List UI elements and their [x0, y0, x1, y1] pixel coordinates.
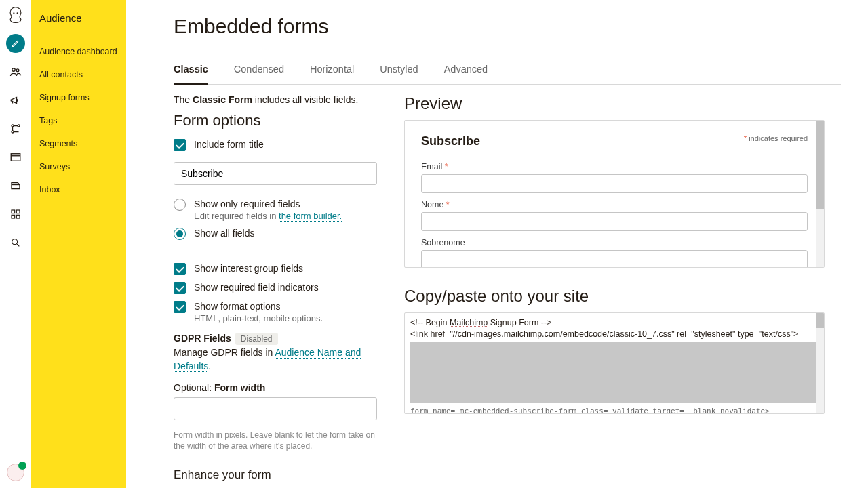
svg-point-0: [6, 6, 24, 24]
icon-rail: [0, 0, 31, 488]
svg-point-13: [12, 239, 17, 245]
tab-horizontal[interactable]: Horizontal: [310, 57, 354, 84]
content-icon[interactable]: [6, 176, 25, 195]
gdpr-description: Manage GDPR fields in Audience Name and …: [174, 346, 377, 373]
intro-text: The Classic Form includes all visible fi…: [174, 94, 377, 105]
megaphone-icon[interactable]: [6, 91, 25, 110]
svg-rect-8: [11, 154, 20, 161]
contacts-icon[interactable]: [6, 62, 25, 81]
code-scrollbar[interactable]: [816, 313, 824, 413]
svg-point-7: [12, 131, 14, 133]
code-box[interactable]: <!-- Begin Mailchimp Signup Form --> <li…: [404, 312, 825, 414]
sidebar-item-surveys[interactable]: Surveys: [39, 155, 118, 178]
copy-heading: Copy/paste onto your site: [404, 287, 825, 306]
link-form-builder[interactable]: the form builder.: [279, 211, 342, 222]
logo-icon[interactable]: [6, 5, 25, 24]
label-show-all: Show all fields: [194, 228, 255, 239]
gdpr-badge: Disabled: [235, 333, 278, 345]
main-content: Embedded forms Classic Condensed Horizon…: [126, 0, 868, 488]
form-options-heading: Form options: [174, 112, 377, 129]
sidebar-item-segments[interactable]: Segments: [39, 132, 118, 155]
preview-heading: Preview: [404, 94, 825, 113]
website-icon[interactable]: [6, 148, 25, 167]
svg-point-6: [18, 125, 20, 127]
preview-label-sobrenome: Sobrenome: [421, 238, 808, 247]
width-label: Optional: Form width: [174, 382, 377, 393]
page-title: Embedded forms: [174, 15, 841, 38]
svg-point-2: [16, 12, 18, 14]
sidebar-title: Audience: [39, 12, 118, 24]
preview-label-nome: Nome *: [421, 200, 808, 209]
label-show-only-required: Show only required fields Edit required …: [194, 199, 342, 221]
preview-input-email[interactable]: [421, 174, 808, 193]
preview-scrollbar[interactable]: [816, 121, 824, 267]
input-form-title[interactable]: [174, 162, 377, 185]
upgrade-badge-icon[interactable]: [7, 464, 24, 481]
svg-point-1: [13, 12, 14, 14]
width-help: Form width in pixels. Leave blank to let…: [174, 430, 377, 451]
tab-advanced[interactable]: Advanced: [444, 57, 488, 84]
label-interest-groups: Show interest group fields: [194, 263, 303, 274]
pencil-icon[interactable]: [6, 34, 25, 53]
tab-classic[interactable]: Classic: [174, 57, 208, 84]
radio-show-only-required[interactable]: [174, 199, 186, 211]
checkbox-include-title[interactable]: [174, 139, 186, 151]
label-format-options: Show format options HTML, plain-text, mo…: [194, 301, 323, 323]
svg-rect-12: [16, 215, 20, 218]
svg-rect-10: [16, 210, 20, 214]
preview-label-email: Email *: [421, 162, 808, 171]
svg-point-4: [16, 69, 19, 72]
tabs: Classic Condensed Horizontal Unstyled Ad…: [174, 57, 841, 85]
preview-frame: * indicates required Subscribe Email * N…: [404, 120, 825, 268]
code-tail: form name= mc-embedded-subscribe-form cl…: [405, 407, 824, 414]
preview-input-nome[interactable]: [421, 212, 808, 231]
sidebar: Audience Audience dashboard All contacts…: [31, 0, 126, 488]
checkbox-format-options[interactable]: [174, 301, 186, 313]
label-include-title: Include form title: [194, 139, 264, 150]
code-text[interactable]: <!-- Begin Mailchimp Signup Form --> <li…: [405, 313, 824, 407]
apps-icon[interactable]: [6, 205, 25, 224]
radio-show-all[interactable]: [174, 228, 186, 240]
svg-rect-9: [12, 210, 15, 214]
sidebar-item-dashboard[interactable]: Audience dashboard: [39, 40, 118, 63]
preview-input-sobrenome[interactable]: [421, 250, 808, 268]
sidebar-item-signup-forms[interactable]: Signup forms: [39, 86, 118, 109]
gdpr-row: GDPR FieldsDisabled: [174, 333, 377, 344]
checkbox-interest-groups[interactable]: [174, 263, 186, 275]
tab-condensed[interactable]: Condensed: [234, 57, 284, 84]
checkbox-required-indicators[interactable]: [174, 282, 186, 294]
sidebar-item-tags[interactable]: Tags: [39, 109, 118, 132]
required-note: * indicates required: [744, 134, 808, 142]
input-form-width[interactable]: [174, 397, 377, 420]
svg-point-3: [12, 68, 15, 72]
svg-rect-11: [12, 215, 15, 218]
automation-icon[interactable]: [6, 119, 25, 138]
tab-unstyled[interactable]: Unstyled: [380, 57, 418, 84]
svg-point-5: [12, 125, 14, 127]
label-required-indicators: Show required field indicators: [194, 282, 319, 293]
search-icon[interactable]: [6, 233, 25, 252]
sidebar-item-inbox[interactable]: Inbox: [39, 178, 118, 201]
sidebar-item-contacts[interactable]: All contacts: [39, 63, 118, 86]
enhance-heading: Enhance your form: [174, 468, 377, 482]
